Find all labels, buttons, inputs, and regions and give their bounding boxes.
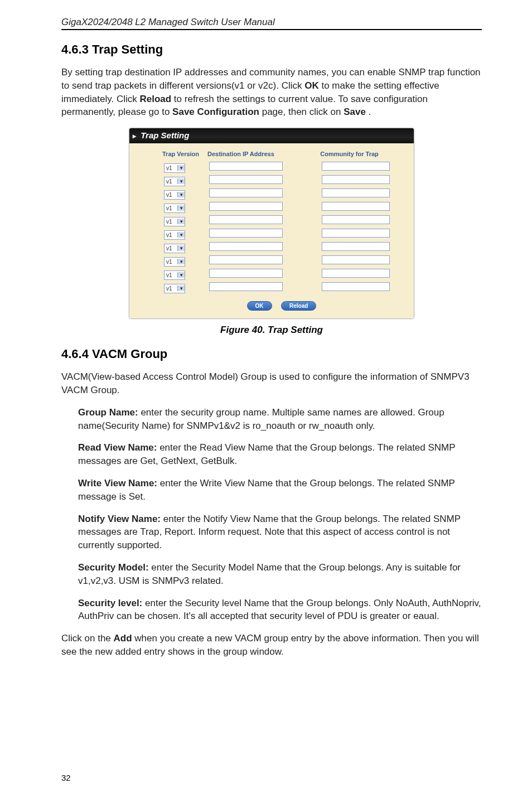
table-row: v1▾ — [162, 281, 402, 294]
table-row: v1▾ — [162, 268, 402, 281]
header-text: GigaX2024/2048 L2 Managed Switch User Ma… — [61, 17, 275, 27]
destination-ip-input[interactable] — [209, 202, 283, 211]
page-header: GigaX2024/2048 L2 Managed Switch User Ma… — [61, 17, 482, 30]
reload-button[interactable]: Reload — [281, 301, 316, 311]
community-input[interactable] — [322, 242, 390, 251]
definition-lead: Read View Name: — [78, 442, 157, 453]
definition-item: Write View Name: enter the Write View Na… — [78, 477, 482, 504]
s1-bold-save: Save — [344, 107, 366, 117]
community-input[interactable] — [322, 175, 390, 184]
chevron-down-icon[interactable]: ▾ — [177, 219, 185, 224]
s2-out-bold-add: Add — [114, 633, 132, 644]
destination-ip-input[interactable] — [209, 242, 283, 251]
trap-version-select[interactable]: v1▾ — [164, 244, 185, 253]
screenshot-body: Trap Version Destination IP Address Comm… — [129, 143, 414, 318]
destination-ip-input[interactable] — [209, 255, 283, 264]
trap-version-value: v1 — [165, 245, 177, 252]
trap-table-body: v1▾v1▾v1▾v1▾v1▾v1▾v1▾v1▾v1▾v1▾ — [162, 161, 402, 294]
definition-lead: Security level: — [78, 598, 142, 608]
trap-version-value: v1 — [165, 205, 177, 211]
section-2-items: Group Name: enter the security group nam… — [61, 406, 482, 623]
s1-p6: page, then click on — [262, 107, 344, 117]
definition-item: Notify View Name: enter the Notify View … — [78, 512, 482, 552]
destination-ip-input[interactable] — [209, 282, 283, 291]
trap-version-value: v1 — [165, 178, 177, 185]
trap-version-select[interactable]: v1▾ — [164, 190, 185, 200]
trap-version-value: v1 — [165, 272, 177, 278]
trap-version-value: v1 — [165, 192, 177, 198]
ok-button[interactable]: OK — [247, 301, 272, 311]
chevron-down-icon[interactable]: ▾ — [177, 178, 185, 184]
trap-version-select[interactable]: v1▾ — [164, 177, 185, 186]
s1-p8: . — [369, 107, 371, 117]
table-row: v1▾ — [162, 174, 402, 187]
page-number: 32 — [61, 773, 71, 782]
trap-version-select[interactable]: v1▾ — [164, 204, 185, 213]
arrow-right-icon: ▸ — [133, 132, 136, 140]
trap-version-value: v1 — [165, 286, 177, 292]
trap-version-value: v1 — [165, 259, 177, 265]
community-input[interactable] — [322, 282, 390, 291]
trap-version-select[interactable]: v1▾ — [164, 257, 185, 267]
table-row: v1▾ — [162, 254, 402, 268]
destination-ip-input[interactable] — [209, 229, 283, 238]
screenshot-title-bar: ▸ Trap Setting — [129, 128, 414, 143]
figure-40-container: ▸ Trap Setting Trap Version Destination … — [61, 128, 482, 321]
chevron-down-icon[interactable]: ▾ — [177, 165, 185, 171]
trap-setting-screenshot: ▸ Trap Setting Trap Version Destination … — [129, 128, 414, 319]
trap-version-select[interactable]: v1▾ — [164, 284, 185, 293]
screenshot-title: Trap Setting — [141, 130, 189, 140]
community-input[interactable] — [322, 202, 390, 211]
col-header-community: Community for Trap — [320, 150, 402, 161]
s1-bold-reload: Reload — [139, 94, 171, 104]
s1-bold-saveconfig: Save Configuration — [172, 107, 259, 117]
chevron-down-icon[interactable]: ▾ — [177, 286, 185, 291]
screenshot-button-row: OK Reload — [162, 300, 402, 311]
destination-ip-input[interactable] — [209, 269, 283, 278]
destination-ip-input[interactable] — [209, 188, 283, 197]
community-input[interactable] — [322, 255, 390, 264]
community-input[interactable] — [322, 269, 390, 278]
s1-bold-ok: OK — [304, 80, 319, 91]
trap-table: Trap Version Destination IP Address Comm… — [162, 150, 402, 294]
trap-version-select[interactable]: v1▾ — [164, 230, 185, 240]
table-row: v1▾ — [162, 228, 402, 241]
definition-item: Security Model: enter the Security Model… — [78, 561, 482, 588]
section-1-heading: 4.6.3 Trap Setting — [61, 42, 482, 57]
community-input[interactable] — [322, 188, 390, 197]
definition-item: Read View Name: enter the Read View Name… — [78, 441, 482, 468]
section-2-heading: 4.6.4 VACM Group — [61, 347, 482, 361]
trap-version-value: v1 — [165, 219, 177, 225]
trap-version-select[interactable]: v1▾ — [164, 217, 185, 226]
destination-ip-input[interactable] — [209, 175, 283, 184]
definition-lead: Write View Name: — [78, 478, 157, 489]
community-input[interactable] — [322, 162, 390, 171]
table-row: v1▾ — [162, 214, 402, 228]
chevron-down-icon[interactable]: ▾ — [177, 232, 185, 238]
chevron-down-icon[interactable]: ▾ — [177, 192, 185, 197]
section-2-outro: Click on the Add when you create a new V… — [61, 632, 482, 659]
community-input[interactable] — [322, 229, 390, 238]
destination-ip-input[interactable] — [209, 215, 283, 224]
col-header-ip: Destination IP Address — [207, 150, 320, 161]
col-header-version: Trap Version — [162, 150, 207, 161]
definition-lead: Notify View Name: — [78, 514, 161, 524]
chevron-down-icon[interactable]: ▾ — [177, 272, 185, 278]
trap-version-value: v1 — [165, 165, 177, 171]
chevron-down-icon[interactable]: ▾ — [177, 259, 185, 264]
definition-item: Security level: enter the Security level… — [78, 597, 482, 623]
destination-ip-input[interactable] — [209, 162, 283, 171]
chevron-down-icon[interactable]: ▾ — [177, 205, 185, 211]
table-row: v1▾ — [162, 241, 402, 254]
trap-version-select[interactable]: v1▾ — [164, 163, 185, 173]
definition-lead: Group Name: — [78, 407, 138, 418]
definition-lead: Security Model: — [78, 562, 149, 573]
definition-item: Group Name: enter the security group nam… — [78, 406, 482, 433]
chevron-down-icon[interactable]: ▾ — [177, 245, 185, 251]
trap-version-select[interactable]: v1▾ — [164, 270, 185, 280]
s2-out-0: Click on the — [61, 633, 114, 644]
table-row: v1▾ — [162, 187, 402, 201]
community-input[interactable] — [322, 215, 390, 224]
table-row: v1▾ — [162, 161, 402, 174]
figure-40-caption: Figure 40. Trap Setting — [61, 325, 482, 336]
